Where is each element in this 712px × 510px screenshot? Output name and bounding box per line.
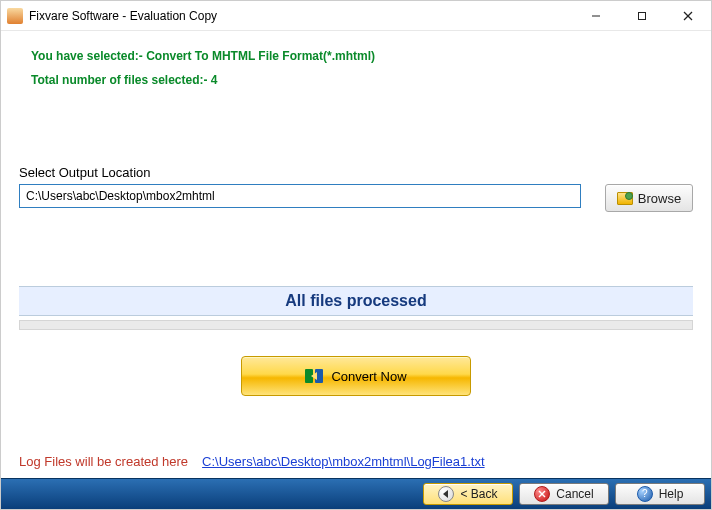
selection-summary-count: Total number of files selected:- 4 <box>31 73 693 87</box>
help-button[interactable]: ? Help <box>615 483 705 505</box>
titlebar: Fixvare Software - Evaluation Copy <box>1 1 711 31</box>
svg-rect-1 <box>639 12 646 19</box>
output-location-label: Select Output Location <box>19 165 693 180</box>
app-icon <box>7 8 23 24</box>
cancel-button-label: Cancel <box>556 487 593 501</box>
convert-icon <box>305 367 323 385</box>
maximize-button[interactable] <box>619 1 665 30</box>
window-controls <box>573 1 711 30</box>
content-area: You have selected:- Convert To MHTML Fil… <box>1 31 711 396</box>
help-icon: ? <box>637 486 653 502</box>
status-text: All files processed <box>285 292 426 310</box>
window-title: Fixvare Software - Evaluation Copy <box>29 9 217 23</box>
back-arrow-icon <box>438 486 454 502</box>
convert-row: Convert Now <box>19 356 693 396</box>
log-line: Log Files will be created here C:\Users\… <box>19 454 485 469</box>
convert-button-label: Convert Now <box>331 369 406 384</box>
back-button[interactable]: < Back <box>423 483 513 505</box>
output-row: Browse <box>19 184 693 212</box>
status-bar: All files processed <box>19 286 693 316</box>
progress-bar <box>19 320 693 330</box>
selection-summary-format: You have selected:- Convert To MHTML Fil… <box>31 49 693 63</box>
svg-marker-7 <box>443 490 448 498</box>
close-button[interactable] <box>665 1 711 30</box>
convert-now-button[interactable]: Convert Now <box>241 356 471 396</box>
back-button-label: < Back <box>460 487 497 501</box>
log-label: Log Files will be created here <box>19 454 188 469</box>
browse-button-label: Browse <box>638 191 681 206</box>
cancel-button[interactable]: Cancel <box>519 483 609 505</box>
cancel-icon <box>534 486 550 502</box>
help-button-label: Help <box>659 487 684 501</box>
minimize-button[interactable] <box>573 1 619 30</box>
browse-button[interactable]: Browse <box>605 184 693 212</box>
log-file-link[interactable]: C:\Users\abc\Desktop\mbox2mhtml\LogFilea… <box>202 454 485 469</box>
bottom-bar: < Back Cancel ? Help <box>1 478 711 509</box>
folder-icon <box>617 192 633 205</box>
output-location-input[interactable] <box>19 184 581 208</box>
